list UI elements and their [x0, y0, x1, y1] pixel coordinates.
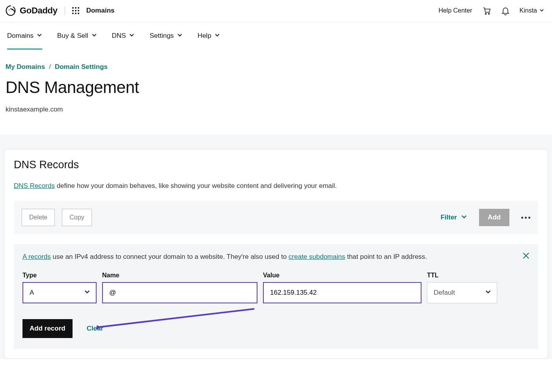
copy-button[interactable]: Copy	[62, 209, 91, 226]
chevron-down-icon	[214, 32, 220, 40]
ttl-select[interactable]: Default	[427, 282, 497, 303]
records-toolbar: Delete Copy Filter Add	[14, 201, 538, 234]
annotation-arrow-icon	[97, 307, 258, 331]
section-label: Domains	[86, 7, 115, 15]
svg-point-2	[485, 13, 486, 15]
page-title: DNS Management	[6, 78, 546, 97]
chevron-down-icon	[539, 7, 544, 14]
value-input-wrap	[263, 282, 421, 303]
user-menu[interactable]: Kinsta	[520, 7, 544, 14]
ttl-value: Default	[434, 289, 455, 297]
svg-point-0	[9, 9, 9, 10]
value-label: Value	[263, 272, 421, 279]
nav-label: DNS	[112, 32, 126, 40]
create-subdomains-link[interactable]: create subdomains	[289, 253, 345, 260]
add-record-panel: A records use an IPv4 address to connect…	[14, 244, 538, 349]
chevron-down-icon	[91, 32, 97, 40]
apps-grid-icon[interactable]	[72, 7, 79, 14]
breadcrumb: My Domains / Domain Settings	[6, 63, 546, 71]
dns-records-link[interactable]: DNS Records	[14, 182, 55, 189]
dns-records-card: DNS Records DNS Records define how your …	[4, 149, 548, 359]
name-input[interactable]	[109, 289, 250, 297]
brand-name: GoDaddy	[20, 6, 58, 16]
chevron-down-icon	[461, 214, 467, 222]
nav-label: Buy & Sell	[57, 32, 88, 40]
nav-label: Domains	[7, 32, 34, 40]
type-select[interactable]: A	[22, 282, 97, 303]
breadcrumb-domain-settings[interactable]: Domain Settings	[55, 63, 108, 71]
breadcrumb-my-domains[interactable]: My Domains	[6, 63, 45, 71]
filter-label: Filter	[440, 214, 457, 221]
name-input-wrap	[102, 282, 257, 303]
nav-buy-sell[interactable]: Buy & Sell	[57, 22, 97, 50]
add-record-button[interactable]: Add record	[22, 319, 73, 338]
svg-line-6	[100, 309, 254, 327]
chevron-down-icon	[177, 32, 183, 40]
card-heading: DNS Records	[14, 159, 538, 171]
chevron-down-icon	[485, 289, 491, 297]
delete-button[interactable]: Delete	[22, 209, 55, 226]
svg-point-3	[488, 13, 489, 15]
bell-icon[interactable]	[501, 6, 510, 15]
name-label: Name	[102, 272, 257, 279]
brand-logo[interactable]: GoDaddy	[5, 5, 58, 17]
close-icon[interactable]	[522, 252, 530, 261]
chevron-down-icon	[129, 32, 134, 40]
nav-help[interactable]: Help	[198, 22, 220, 50]
breadcrumb-separator: /	[49, 63, 51, 71]
chevron-down-icon	[84, 289, 90, 297]
svg-point-1	[12, 9, 13, 10]
type-label: Type	[22, 272, 97, 279]
card-description: DNS Records define how your domain behav…	[14, 182, 538, 190]
type-value: A	[30, 289, 34, 297]
help-center-link[interactable]: Help Center	[438, 7, 472, 14]
nav-domains[interactable]: Domains	[7, 22, 42, 50]
more-menu-icon[interactable]	[521, 217, 530, 219]
nav-dns[interactable]: DNS	[112, 22, 135, 50]
domain-name: kinstaexample.com	[6, 106, 546, 113]
value-input[interactable]	[270, 289, 414, 297]
user-name: Kinsta	[520, 7, 537, 14]
nav-settings[interactable]: Settings	[149, 22, 182, 50]
cart-icon[interactable]	[482, 6, 491, 15]
filter-button[interactable]: Filter	[440, 214, 467, 222]
record-hint: A records use an IPv4 address to connect…	[22, 253, 530, 261]
nav-label: Help	[198, 32, 211, 40]
a-records-link[interactable]: A records	[22, 253, 51, 260]
chevron-down-icon	[37, 32, 42, 40]
ttl-label: TTL	[427, 272, 497, 279]
godaddy-logo-icon	[5, 5, 17, 17]
nav-label: Settings	[149, 32, 173, 40]
add-button[interactable]: Add	[479, 209, 509, 226]
divider	[65, 6, 65, 15]
clear-link[interactable]: Clear	[87, 325, 104, 333]
